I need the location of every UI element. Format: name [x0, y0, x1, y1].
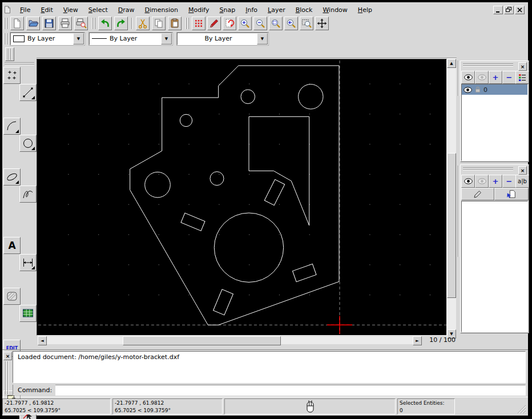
zoom-out-icon	[255, 18, 266, 29]
minimize-button[interactable]	[493, 6, 503, 14]
cut-button[interactable]	[136, 17, 150, 30]
grid-toggle-button[interactable]	[192, 17, 205, 30]
open-button[interactable]	[26, 17, 40, 30]
zoom-in-icon	[239, 18, 251, 29]
scroll-up-arrow[interactable]: ▲	[447, 59, 456, 68]
close-button[interactable]	[515, 6, 525, 14]
chevron-down-icon[interactable]: ▼	[161, 33, 172, 45]
splines-tool-button[interactable]	[19, 186, 37, 203]
zoom-auto-button[interactable]	[269, 17, 283, 30]
horizontal-scroll-thumb[interactable]	[123, 336, 281, 345]
eye-disabled-icon	[478, 74, 486, 80]
rename-block-button[interactable]: a|b	[515, 175, 529, 188]
line-style-combobox[interactable]: By Layer ▼	[177, 33, 268, 45]
circles-tool-button[interactable]	[19, 135, 37, 152]
copy-button[interactable]	[152, 17, 166, 30]
close-icon[interactable]: ×	[518, 62, 527, 71]
remove-layer-button[interactable]: −	[502, 71, 516, 84]
ellipses-tool-button[interactable]	[3, 168, 21, 186]
menu-layer[interactable]: Layer	[263, 5, 291, 15]
redo-button[interactable]	[114, 17, 128, 30]
line-width-sample	[92, 38, 107, 39]
dimensions-tool-button[interactable]	[19, 254, 37, 271]
pan-button[interactable]	[315, 17, 329, 30]
show-all-blocks-button[interactable]	[461, 175, 475, 188]
paste-button[interactable]	[168, 17, 182, 30]
menu-modify[interactable]: Modify	[183, 5, 214, 15]
lines-tool-button[interactable]	[19, 84, 37, 101]
add-layer-button[interactable]: +	[489, 71, 502, 84]
text-tool-button[interactable]: A	[3, 237, 21, 254]
show-all-layers-button[interactable]	[461, 71, 475, 84]
arcs-tool-button[interactable]	[3, 118, 21, 135]
scroll-right-arrow[interactable]: ►	[413, 336, 422, 345]
layer-attributes-icon	[518, 74, 526, 82]
print-button[interactable]	[58, 17, 72, 30]
close-icon[interactable]: ×	[3, 352, 12, 360]
toolbar-handle[interactable]	[3, 33, 8, 45]
right-dock: × + − 0 × + − a|b	[457, 46, 528, 348]
menu-edit[interactable]: Edit	[35, 5, 58, 15]
color-combobox[interactable]: By Layer ▼	[10, 33, 84, 45]
print-preview-button[interactable]	[74, 17, 88, 30]
new-button[interactable]	[10, 17, 24, 30]
insert-block-icon	[506, 189, 517, 199]
toolbar-handle[interactable]	[3, 18, 8, 29]
zoom-in-button[interactable]	[238, 17, 252, 30]
zoom-previous-button[interactable]	[284, 17, 298, 30]
redraw-button[interactable]	[223, 17, 236, 30]
toolbar-handle[interactable]	[185, 18, 190, 29]
insert-block-button[interactable]	[494, 188, 529, 200]
zoom-window-button[interactable]	[300, 17, 313, 30]
panel-grip[interactable]	[463, 63, 513, 67]
images-tool-button[interactable]	[19, 305, 37, 322]
command-line[interactable]: Command:	[13, 385, 526, 396]
drawing-canvas[interactable]	[37, 59, 447, 336]
menu-view[interactable]: View	[58, 5, 83, 15]
remove-block-button[interactable]: −	[502, 175, 516, 188]
panel-grip[interactable]	[463, 167, 513, 171]
hatches-tool-button[interactable]	[3, 288, 21, 305]
menu-select[interactable]: Select	[83, 5, 113, 15]
menu-info[interactable]: Info	[240, 5, 263, 15]
dock-handle[interactable]	[5, 47, 14, 61]
dock-separator[interactable]	[458, 61, 459, 96]
hide-all-blocks-button[interactable]	[475, 175, 489, 188]
hide-all-layers-button[interactable]	[475, 71, 489, 84]
resize-grip[interactable]	[515, 402, 526, 414]
edit-layer-attributes-button[interactable]	[515, 71, 529, 84]
undo-button[interactable]	[98, 17, 112, 30]
menu-snap[interactable]: Snap	[215, 5, 241, 15]
save-button[interactable]	[42, 17, 56, 30]
close-icon[interactable]: ×	[518, 166, 527, 175]
dock-separator[interactable]	[458, 166, 459, 257]
line-icon	[21, 86, 35, 99]
drawing-area: ▲ ▼ ◄ ► 10 / 100	[37, 46, 457, 348]
absolute-polar: 65.7025 < 109.3759°	[5, 407, 108, 414]
edit-block-button[interactable]	[461, 188, 494, 200]
draft-mode-button[interactable]	[207, 17, 221, 30]
horizontal-scrollbar[interactable]: ◄ ►	[38, 336, 421, 344]
layer-visible-icon[interactable]	[464, 87, 472, 93]
menu-dimension[interactable]: Dimension	[140, 5, 183, 15]
restore-button[interactable]	[504, 6, 514, 14]
menu-file[interactable]: File	[15, 5, 35, 15]
chevron-down-icon[interactable]: ▼	[257, 33, 268, 45]
vertical-scrollbar[interactable]: ▲ ▼	[447, 59, 456, 337]
add-block-button[interactable]: +	[489, 175, 502, 188]
chevron-down-icon[interactable]: ▼	[73, 33, 84, 45]
dock-handle[interactable]	[5, 361, 9, 394]
layer-lock-icon[interactable]	[474, 86, 481, 93]
zoom-out-button[interactable]	[253, 17, 267, 30]
menu-block[interactable]: Block	[291, 5, 318, 15]
line-width-combobox[interactable]: By Layer ▼	[89, 33, 172, 45]
dock-grip[interactable]	[5, 62, 34, 66]
vertical-scroll-thumb[interactable]	[447, 153, 456, 298]
menu-window[interactable]: Window	[317, 5, 352, 15]
points-tool-button[interactable]	[3, 67, 21, 84]
toolbar-handle[interactable]	[91, 18, 96, 29]
menu-draw[interactable]: Draw	[113, 5, 140, 15]
scroll-left-arrow[interactable]: ◄	[38, 336, 47, 345]
menu-help[interactable]: Help	[353, 5, 377, 15]
layer-row[interactable]: 0	[462, 84, 527, 95]
